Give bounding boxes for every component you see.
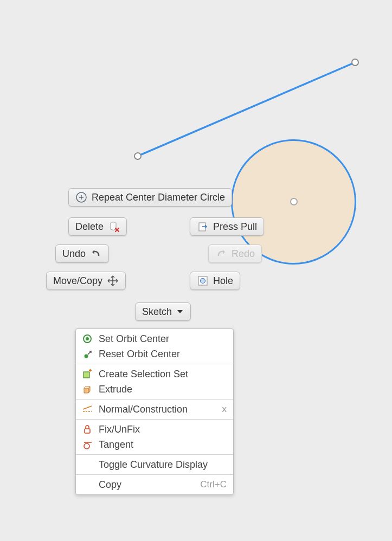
line-endpoint[interactable]	[351, 59, 359, 66]
button-label: Move/Copy	[53, 275, 102, 287]
button-label: Sketch	[142, 306, 172, 318]
menu-item-label: Copy	[99, 479, 195, 491]
menu-item-accelerator: x	[222, 404, 227, 415]
press-pull-icon	[197, 221, 209, 233]
construction-line-icon	[81, 403, 93, 415]
menu-item-extrude[interactable]: Extrude	[76, 382, 233, 397]
menu-separator	[76, 364, 233, 364]
menu-item-label: Toggle Curvature Display	[99, 459, 227, 471]
move-icon	[107, 275, 119, 287]
svg-point-13	[84, 443, 89, 449]
menu-item-label: Normal/Construction	[99, 404, 217, 415]
menu-item-label: Set Orbit Center	[99, 333, 227, 345]
menu-separator	[76, 419, 233, 420]
extrude-icon	[81, 383, 93, 395]
menu-item-label: Tangent	[99, 439, 227, 450]
button-label: Hole	[213, 275, 233, 287]
move-copy-button[interactable]: Move/Copy	[46, 272, 126, 290]
redo-button: Redo	[208, 244, 262, 263]
menu-item-set-orbit-center[interactable]: Set Orbit Center	[76, 331, 233, 346]
selection-set-icon	[81, 368, 93, 380]
context-menu: Set Orbit Center Reset Orbit Center Crea…	[75, 329, 234, 495]
svg-rect-11	[83, 372, 89, 378]
menu-item-normal-construction[interactable]: Normal/Construction x	[76, 402, 233, 417]
undo-button[interactable]: Undo	[55, 244, 109, 263]
menu-item-create-selection-set[interactable]: Create Selection Set	[76, 366, 233, 382]
line-endpoint[interactable]	[134, 152, 142, 160]
menu-separator	[76, 474, 233, 475]
press-pull-button[interactable]: Press Pull	[190, 217, 264, 236]
svg-line-0	[138, 62, 355, 156]
button-label: Redo	[232, 248, 255, 260]
lock-icon	[81, 423, 93, 435]
menu-item-tangent[interactable]: Tangent	[76, 437, 233, 452]
button-label: Repeat Center Diameter Circle	[92, 192, 225, 203]
svg-point-7	[201, 279, 205, 284]
menu-item-accelerator: Ctrl+C	[200, 479, 227, 490]
menu-item-label: Extrude	[99, 384, 227, 395]
svg-rect-12	[85, 429, 90, 433]
chevron-down-icon	[176, 306, 184, 318]
menu-item-label: Create Selection Set	[99, 369, 227, 380]
trash-x-icon	[108, 221, 120, 233]
undo-arrow-icon	[90, 248, 102, 260]
circle-plus-icon	[75, 191, 87, 203]
button-label: Delete	[75, 221, 104, 233]
menu-separator	[76, 454, 233, 455]
reset-orbit-center-icon	[81, 348, 93, 360]
menu-item-reset-orbit-center[interactable]: Reset Orbit Center	[76, 346, 233, 362]
circle-center-point[interactable]	[290, 198, 298, 205]
svg-point-9	[86, 337, 89, 340]
blank-icon	[81, 459, 93, 471]
blank-icon	[81, 479, 93, 491]
repeat-last-command-button[interactable]: Repeat Center Diameter Circle	[68, 188, 232, 207]
sketch-dropdown-button[interactable]: Sketch	[135, 302, 191, 321]
menu-item-label: Fix/UnFix	[99, 424, 227, 435]
menu-item-fix-unfix[interactable]: Fix/UnFix	[76, 422, 233, 437]
set-orbit-center-icon	[81, 333, 93, 345]
tangent-icon	[81, 439, 93, 450]
button-label: Undo	[62, 248, 86, 260]
menu-item-label: Reset Orbit Center	[99, 349, 227, 360]
redo-arrow-icon	[215, 248, 227, 260]
hole-icon	[197, 275, 209, 287]
svg-point-10	[85, 355, 88, 358]
hole-button[interactable]: Hole	[190, 272, 240, 290]
menu-item-copy[interactable]: Copy Ctrl+C	[76, 477, 233, 492]
button-label: Press Pull	[213, 221, 257, 233]
design-canvas[interactable]: Repeat Center Diameter Circle Delete Pre…	[0, 0, 392, 541]
menu-separator	[76, 399, 233, 400]
delete-button[interactable]: Delete	[68, 217, 127, 236]
menu-item-toggle-curvature[interactable]: Toggle Curvature Display	[76, 457, 233, 472]
